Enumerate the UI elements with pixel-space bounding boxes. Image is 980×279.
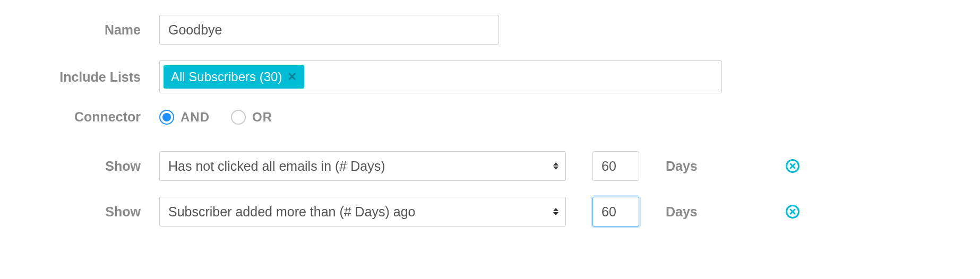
radio-icon	[159, 110, 174, 125]
name-label: Name	[0, 22, 159, 38]
include-lists-input[interactable]: All Subscribers (30) ✕	[159, 60, 722, 93]
connector-label: Connector	[0, 109, 159, 125]
remove-tag-icon[interactable]: ✕	[287, 70, 297, 84]
name-row: Name	[0, 15, 980, 45]
condition-select-wrap-2: Subscriber added more than (# Days) ago	[159, 197, 566, 226]
days-unit-2: Days	[666, 204, 729, 220]
radio-label-or: OR	[252, 110, 272, 125]
remove-rule-button-1[interactable]	[786, 159, 800, 173]
rule-row-2: Show Subscriber added more than (# Days)…	[0, 197, 980, 226]
days-unit-1: Days	[666, 159, 729, 174]
connector-radio-group: AND OR	[159, 110, 272, 125]
connector-radio-and[interactable]: AND	[159, 110, 210, 125]
remove-rule-button-2[interactable]	[786, 205, 800, 219]
days-input-1[interactable]	[592, 151, 639, 181]
connector-row: Connector AND OR	[0, 109, 980, 125]
condition-select-wrap-1: Has not clicked all emails in (# Days)	[159, 151, 566, 181]
list-tag[interactable]: All Subscribers (30) ✕	[164, 65, 304, 89]
condition-select-2[interactable]: Subscriber added more than (# Days) ago	[159, 197, 566, 226]
radio-icon	[231, 110, 246, 125]
close-icon	[789, 208, 796, 215]
include-lists-row: Include Lists All Subscribers (30) ✕	[0, 60, 980, 93]
close-icon	[789, 163, 796, 169]
rule-row-1: Show Has not clicked all emails in (# Da…	[0, 151, 980, 181]
show-label-1: Show	[0, 159, 159, 174]
show-label-2: Show	[0, 204, 159, 220]
connector-radio-or[interactable]: OR	[231, 110, 272, 125]
days-input-2[interactable]	[592, 197, 639, 226]
radio-label-and: AND	[180, 110, 210, 125]
condition-select-1[interactable]: Has not clicked all emails in (# Days)	[159, 151, 566, 181]
include-lists-label: Include Lists	[0, 69, 159, 85]
list-tag-label: All Subscribers (30)	[171, 69, 282, 84]
name-input[interactable]	[159, 15, 499, 45]
